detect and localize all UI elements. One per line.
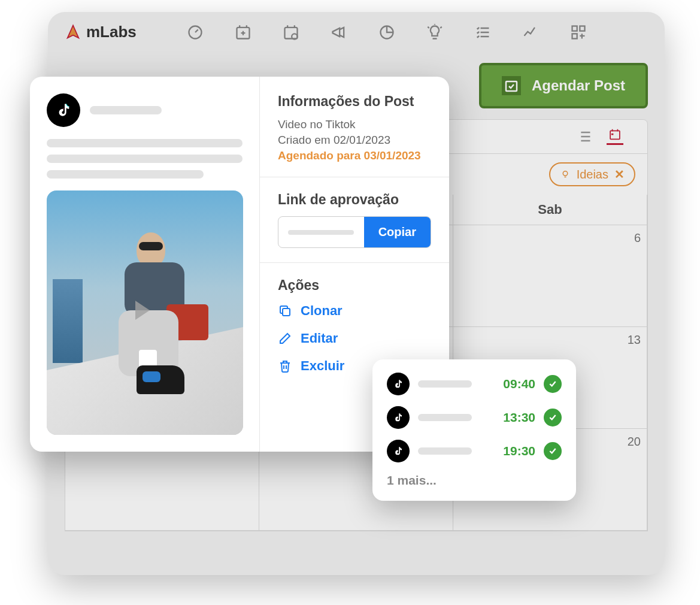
play-icon[interactable] <box>135 301 150 320</box>
day-number: 6 <box>634 231 641 244</box>
post-media-preview[interactable] <box>47 190 243 435</box>
calendar-clock-icon[interactable] <box>283 24 299 41</box>
calendar-check-icon <box>502 76 521 95</box>
edit-label: Editar <box>301 331 338 346</box>
event-title-placeholder <box>418 447 472 455</box>
chip-close-icon[interactable]: ✕ <box>614 167 625 182</box>
logo-icon <box>65 24 81 41</box>
calendar-view-icon[interactable] <box>607 128 623 145</box>
apps-icon[interactable] <box>570 24 587 41</box>
filter-chip-ideias[interactable]: Ideias ✕ <box>549 162 635 186</box>
day-header-sab: Sab <box>453 195 647 225</box>
section-title-actions: Ações <box>278 277 431 294</box>
check-icon <box>544 442 562 460</box>
divider <box>260 262 449 263</box>
tiktok-icon <box>387 406 410 429</box>
approval-link-field[interactable] <box>278 217 364 247</box>
svg-rect-12 <box>283 308 290 316</box>
username-placeholder <box>90 106 162 114</box>
event-time: 13:30 <box>503 410 535 425</box>
svg-rect-10 <box>611 134 614 135</box>
checklist-icon[interactable] <box>474 24 491 41</box>
check-icon <box>544 409 562 426</box>
caption-placeholder <box>47 170 204 179</box>
more-events-link[interactable]: 1 mais... <box>387 473 562 488</box>
pie-icon[interactable] <box>378 24 395 41</box>
day-events-popover: 09:40 13:30 19:30 1 mais... <box>372 359 576 501</box>
divider <box>260 177 449 177</box>
section-title-approval: Link de aprovação <box>278 192 431 208</box>
event-title-placeholder <box>418 414 472 421</box>
tiktok-icon <box>387 373 410 395</box>
schedule-button-label: Agendar Post <box>532 77 625 94</box>
event-row[interactable]: 19:30 <box>387 440 562 462</box>
calendar-cell[interactable]: 6 <box>453 225 647 327</box>
profile-row <box>47 93 243 127</box>
calendar-plus-icon[interactable] <box>235 24 251 41</box>
delete-label: Excluir <box>301 358 344 374</box>
edit-icon <box>278 331 292 346</box>
clone-label: Clonar <box>301 303 343 319</box>
schedule-post-button[interactable]: Agendar Post <box>479 63 648 108</box>
event-row[interactable]: 13:30 <box>387 406 562 429</box>
copy-button[interactable]: Copiar <box>364 217 431 247</box>
gauge-icon[interactable] <box>187 24 204 41</box>
svg-rect-5 <box>572 26 577 31</box>
brand-name: mLabs <box>86 23 137 41</box>
post-scheduled: Agendado para 03/01/2023 <box>278 149 431 162</box>
event-time: 19:30 <box>503 444 535 458</box>
nav-icons <box>187 24 587 41</box>
event-row[interactable]: 09:40 <box>387 373 562 395</box>
list-view-icon[interactable] <box>575 128 592 145</box>
lightbulb-icon[interactable] <box>426 24 443 41</box>
section-title-info: Informações do Post <box>278 93 431 110</box>
bulb-icon <box>560 169 571 180</box>
logo: mLabs <box>65 23 137 41</box>
check-icon <box>544 375 562 393</box>
svg-rect-6 <box>580 26 584 31</box>
post-preview-panel <box>30 77 260 452</box>
day-number: 13 <box>628 333 641 346</box>
chip-label: Ideias <box>577 168 608 182</box>
event-time: 09:40 <box>503 377 535 391</box>
svg-rect-7 <box>572 34 577 38</box>
svg-point-11 <box>563 171 568 176</box>
edit-action[interactable]: Editar <box>278 331 431 346</box>
trend-icon[interactable] <box>522 24 539 41</box>
topbar: mLabs <box>48 12 665 52</box>
megaphone-icon[interactable] <box>331 24 347 41</box>
approval-link-row: Copiar <box>278 216 431 248</box>
clone-icon <box>278 304 292 318</box>
tiktok-icon <box>387 440 410 462</box>
event-title-placeholder <box>418 380 472 388</box>
tiktok-icon <box>47 93 80 127</box>
trash-icon <box>278 359 292 373</box>
caption-placeholder <box>47 155 243 163</box>
svg-rect-2 <box>284 27 297 38</box>
clone-action[interactable]: Clonar <box>278 303 431 319</box>
caption-placeholder <box>47 139 243 147</box>
day-number: 20 <box>628 435 641 448</box>
post-created: Criado em 02/01/2023 <box>278 134 431 147</box>
post-type: Video no Tiktok <box>278 118 431 131</box>
